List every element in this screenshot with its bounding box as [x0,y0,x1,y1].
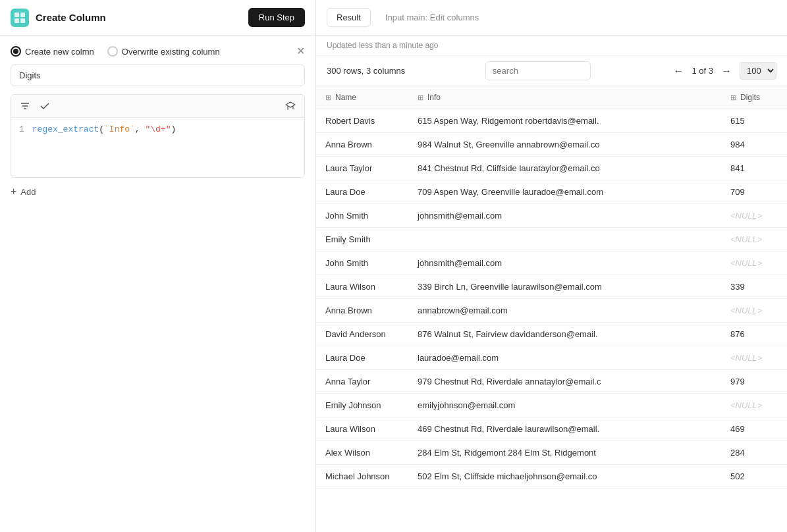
toolbar-left [19,100,51,112]
cell-info [408,228,721,252]
cell-info: johnsmith@email.com [408,252,721,275]
code-content: regex_extract(`Info`, "\d+") [32,124,296,171]
header-left: Create Column [11,9,106,27]
cell-name: John Smith [316,252,408,275]
add-plus-icon: + [11,186,16,198]
pagination-controls: ← 1 of 3 → 100 50 25 [670,62,776,80]
cell-name: Laura Wilson [316,275,408,299]
cell-digits: 502 [721,465,787,489]
rows-info: 300 rows, 3 columns [327,66,405,76]
column-header-name: ⊞ Name [316,86,408,109]
status-bar: Updated less than a minute ago [316,36,787,56]
table-row: Laura Wilson469 Chestnut Rd, Riverdale l… [316,417,787,441]
cell-info: 709 Aspen Way, Greenville lauradoe@email… [408,180,721,204]
svg-marker-7 [286,102,295,107]
page-info: 1 of 3 [692,66,713,76]
search-input[interactable] [485,61,591,80]
cell-info: 469 Chestnut Rd, Riverdale laurawilson@e… [408,417,721,441]
left-body: Create new colmn Overwrite existing colu… [0,36,315,532]
svg-rect-0 [14,13,19,17]
table-row: Laura Wilson339 Birch Ln, Greenville lau… [316,275,787,299]
cell-digits: 615 [721,109,787,133]
table-row: Anna Taylor979 Chestnut Rd, Riverdale an… [316,370,787,394]
radio-circle-create [11,46,21,57]
cell-info: 284 Elm St, Ridgemont 284 Elm St, Ridgem… [408,441,721,465]
line-number: 1 [19,124,24,171]
cell-info: 339 Birch Ln, Greenville laurawilson@ema… [408,275,721,299]
cell-name: John Smith [316,204,408,228]
cell-info: 979 Chestnut Rd, Riverdale annataylor@em… [408,370,721,394]
table-row: Laura Taylor841 Chestnut Rd, Cliffside l… [316,157,787,180]
app-icon [11,9,29,27]
prev-page-button[interactable]: ← [670,64,686,78]
cell-name: David Anderson [316,323,408,346]
run-step-button[interactable]: Run Step [248,8,305,27]
cell-digits: <NULL> [721,346,787,370]
add-row[interactable]: + Add [11,186,305,198]
cell-digits: <NULL> [721,252,787,275]
table-row: Anna Brownannabrown@email.com<NULL> [316,299,787,323]
cell-digits: 709 [721,180,787,204]
table-row: Laura Doelauradoe@email.com<NULL> [316,346,787,370]
svg-rect-1 [20,13,25,17]
cell-digits: 876 [721,323,787,346]
table-body: Robert Davis615 Aspen Way, Ridgemont rob… [316,109,787,489]
next-page-button[interactable]: → [719,64,734,78]
cell-name: Laura Taylor [316,157,408,180]
cell-info: 502 Elm St, Cliffside michaeljohnson@ema… [408,465,721,489]
add-label: Add [20,187,36,197]
code-toolbar [11,95,304,118]
filter-icon[interactable] [19,100,31,112]
table-row: Michael Johnson502 Elm St, Cliffside mic… [316,465,787,489]
graduate-icon[interactable] [285,100,296,112]
column-name-input[interactable] [11,65,305,86]
page-size-select[interactable]: 100 50 25 [740,62,776,80]
cell-digits: <NULL> [721,299,787,323]
right-panel: Result Input main: Edit columns Updated … [316,0,787,532]
cell-digits: 984 [721,133,787,157]
radio-circle-overwrite [107,46,118,57]
table-row: Laura Doe709 Aspen Way, Greenville laura… [316,180,787,204]
name-col-label: Name [335,93,356,102]
panel-title: Create Column [36,12,106,23]
cell-name: Robert Davis [316,109,408,133]
radio-create-new[interactable]: Create new colmn [11,46,94,57]
table-header-row: ⊞ Name ⊞ Info ⊞ Digits [316,86,787,109]
cell-info: johnsmith@email.com [408,204,721,228]
cell-name: Emily Johnson [316,394,408,417]
cell-digits: 284 [721,441,787,465]
name-col-icon: ⊞ [325,93,331,102]
left-panel: Create Column Run Step Create new colmn … [0,0,316,532]
table-row: Alex Wilson284 Elm St, Ridgemont 284 Elm… [316,441,787,465]
column-header-info: ⊞ Info [408,86,721,109]
cell-digits: <NULL> [721,204,787,228]
column-header-digits: ⊞ Digits [721,86,787,109]
code-area[interactable]: 1 regex_extract(`Info`, "\d+") [11,118,304,177]
table-container: ⊞ Name ⊞ Info ⊞ Digits [316,86,787,532]
cell-name: Anna Taylor [316,370,408,394]
table-row: David Anderson876 Walnut St, Fairview da… [316,323,787,346]
cell-info: annabrown@email.com [408,299,721,323]
radio-row: Create new colmn Overwrite existing colu… [11,46,305,57]
cell-name: Anna Brown [316,299,408,323]
check-icon[interactable] [39,100,51,112]
cell-info: 984 Walnut St, Greenville annabrown@emai… [408,133,721,157]
table-meta-bar: 300 rows, 3 columns ← 1 of 3 → 100 50 25 [316,56,787,86]
cell-digits: <NULL> [721,228,787,252]
status-text: Updated less than a minute ago [327,41,438,50]
cell-info: 841 Chestnut Rd, Cliffside laurataylor@e… [408,157,721,180]
cell-digits: 841 [721,157,787,180]
data-table: ⊞ Name ⊞ Info ⊞ Digits [316,86,787,489]
close-button[interactable]: ✕ [296,46,305,57]
digits-col-icon: ⊞ [730,93,736,102]
cell-name: Laura Doe [316,180,408,204]
radio-overwrite[interactable]: Overwrite existing column [107,46,220,57]
table-row: John Smithjohnsmith@email.com<NULL> [316,204,787,228]
cell-name: Laura Wilson [316,417,408,441]
tabs-header: Result Input main: Edit columns [316,0,787,36]
cell-digits: 979 [721,370,787,394]
cell-info: 876 Walnut St, Fairview davidanderson@em… [408,323,721,346]
tab-result[interactable]: Result [327,8,371,27]
cell-name: Laura Doe [316,346,408,370]
tab-input-main[interactable]: Input main: Edit columns [376,9,488,26]
